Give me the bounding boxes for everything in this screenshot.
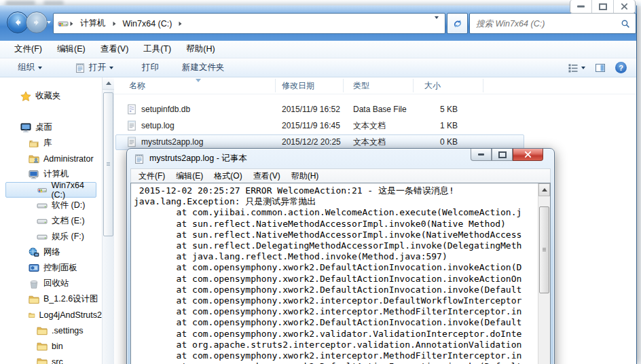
network-icon [29,247,39,258]
database-file-icon [126,104,137,115]
sidebar-scrollbar[interactable] [102,77,114,364]
notepad-window: mystruts2app.log - 记事本 文件(F) 编辑(E) 格式(O)… [126,148,555,364]
sidebar-item-network[interactable]: 网络 [0,244,102,260]
sidebar-item-folder-src[interactable]: src [0,354,102,364]
maximize-icon [498,151,507,158]
explorer-toolbar: 组织 打开 打印 新建文件夹 ? [0,58,636,77]
organize-button[interactable]: 组织 [11,59,49,76]
address-dropdown[interactable] [428,19,445,29]
forward-button[interactable] [26,12,48,33]
system-drive-icon [37,185,47,196]
menu-help[interactable]: 帮助(H) [179,41,222,57]
menu-edit[interactable]: 编辑(E) [50,41,93,57]
sidebar-item-desktop[interactable]: 桌面 [0,120,102,135]
sidebar-item-administrator[interactable]: Administrator [0,151,102,166]
notepad-menu-edit[interactable]: 编辑(E) [170,169,208,183]
search-input[interactable] [470,19,621,29]
menu-view[interactable]: 查看(V) [93,41,136,57]
log-line: at org.apache.struts2.interceptor.valida… [134,340,538,350]
notepad-minimize-button[interactable] [471,149,492,161]
text-file-icon [126,136,137,147]
breadcrumb-arrow-icon[interactable] [113,21,115,25]
log-line: at com.opensymphony.xwork2.interceptor.M… [134,306,538,317]
sidebar-item-folder-log4j[interactable]: Log4jAndStruts2 [0,307,102,323]
chevron-down-icon [581,67,585,69]
sidebar-item-drive-d[interactable]: 软件 (D:) [0,198,102,213]
notepad-menu-file[interactable]: 文件(F) [133,169,170,183]
preview-pane-button[interactable] [595,62,606,73]
scroll-up-button[interactable] [538,183,550,196]
folder-icon [37,325,48,336]
menu-file[interactable]: 文件(F) [7,41,50,57]
log-line: at com.opensymphony.xwork2.DefaultAction… [134,317,538,328]
text-file-icon [126,120,137,131]
notepad-icon [75,62,86,73]
scrollbar-thumb[interactable] [539,206,549,293]
chevron-down-icon [109,67,113,69]
chevron-down-icon [435,16,439,29]
print-label: 打印 [142,62,159,73]
libraries-icon [29,138,39,149]
open-button[interactable]: 打开 [68,59,120,76]
sidebar-item-drive-f[interactable]: 娱乐 (F:) [0,229,102,244]
column-separator[interactable] [275,79,276,92]
column-header-type[interactable]: 类型 [353,77,369,94]
triangle-up-icon [542,188,547,192]
new-folder-button[interactable]: 新建文件夹 [175,59,232,76]
file-date: 2015/11/9 16:52 [282,102,340,117]
sidebar-item-recycle-bin[interactable]: 回收站 [0,276,102,291]
history-dropdown-icon[interactable] [47,21,51,24]
thumb-grip [543,248,546,252]
sidebar-item-libraries[interactable]: 库 [0,135,102,151]
file-type: Data Base File [353,102,407,117]
column-header-size[interactable]: 大小 [424,77,441,94]
notepad-close-button[interactable] [513,149,543,161]
file-type: 文本文档 [353,118,386,134]
scroll-up-button[interactable] [103,77,114,90]
menu-tools[interactable]: 工具(T) [136,41,179,57]
breadcrumb-arrow-icon[interactable] [179,21,182,25]
file-row-setupinfdb[interactable]: setupinfdb.db 2015/11/9 16:52 Data Base … [114,102,629,117]
notepad-maximize-button[interactable] [492,149,513,161]
notepad-scrollbar[interactable] [538,183,550,364]
log-line: at java.lang.reflect.Method.invoke(Metho… [134,251,538,262]
sidebar-item-folder-bin[interactable]: bin [0,338,102,354]
background-text-blob [43,1,64,5]
sidebar-item-folder-settings[interactable]: .settings [0,323,102,338]
notepad-menu-format[interactable]: 格式(O) [208,169,247,183]
address-bar[interactable]: 计算机 Win7x64 (C:) [53,13,445,34]
change-view-button[interactable] [568,62,585,73]
file-date: 2015/11/9 16:45 [282,118,340,134]
sidebar-item-control-panel[interactable]: 控制面板 [0,260,102,276]
column-separator[interactable] [483,79,483,92]
file-size: 5 KB [399,102,458,117]
column-separator[interactable] [343,79,344,92]
preview-pane-icon [595,62,606,73]
breadcrumb-item-computer[interactable]: 计算机 [75,14,111,33]
file-row-setup-log[interactable]: setup.log 2015/11/9 16:45 文本文档 1 KB [114,118,629,134]
log-line: at com.opensymphony.xwork2.interceptor.D… [134,295,538,306]
column-separator[interactable] [413,79,414,92]
outer-close-button[interactable] [613,0,635,13]
log-line: at com.opensymphony.xwork2.DefaultAction… [134,361,538,364]
column-header-name[interactable]: 名称 [129,77,145,94]
breadcrumb-arrow-icon[interactable] [71,21,73,25]
log-line: at com.yiibai.common.action.WelcomeActio… [134,207,538,218]
log-line: at com.opensymphony.xwork2.DefaultAction… [134,285,538,295]
notepad-text-area[interactable]: 2015-12-02 20:25:27 ERROR WelcomeAction:… [131,183,538,364]
sidebar-item-drive-e[interactable]: 文档 (E:) [0,213,102,229]
print-button[interactable]: 打印 [135,59,166,76]
sidebar-item-favorites[interactable]: 收藏夹 [0,88,102,104]
outer-maximize-button[interactable] [591,0,613,13]
breadcrumb-item-drive[interactable]: Win7x64 (C:) [117,14,178,33]
outer-minimize-button[interactable] [570,0,591,13]
column-header-date[interactable]: 修改日期 [282,77,314,94]
sidebar-item-folder-b126[interactable]: B_1.2.6设计图 [0,291,102,307]
notepad-menu-view[interactable]: 查看(V) [248,169,286,183]
refresh-button[interactable] [447,13,468,34]
scrollbar-thumb[interactable] [103,92,113,236]
help-button[interactable]: ? [615,62,627,73]
sidebar-item-drive-c[interactable]: Win7x64 (C:) [5,182,96,198]
search-icon[interactable] [621,19,630,29]
notepad-menu-help[interactable]: 帮助(H) [286,169,325,183]
